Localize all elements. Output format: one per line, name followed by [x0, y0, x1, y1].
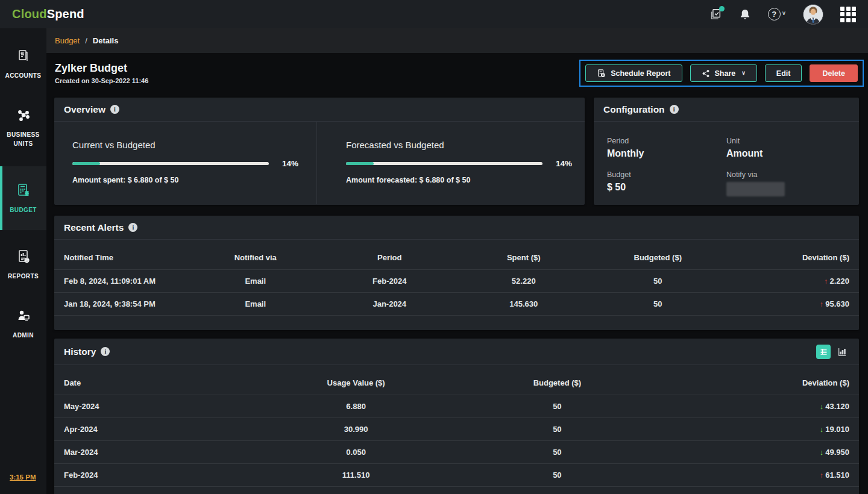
schedule-report-button[interactable]: Schedule Report	[585, 64, 682, 82]
notifications-bell-icon[interactable]	[739, 8, 751, 21]
overview-card-header: Overview i	[54, 98, 585, 122]
config-field-period: Period Monthly	[607, 137, 726, 159]
config-field-notify-via: Notify via	[726, 170, 846, 196]
chevron-down-icon: ∨	[741, 70, 746, 76]
help-icon[interactable]: ? ∨	[768, 8, 786, 20]
history-card-header: History i	[54, 339, 859, 365]
breadcrumb-separator: /	[85, 36, 87, 45]
history-card: History i Date Usage Value	[54, 339, 859, 494]
user-avatar[interactable]	[803, 4, 823, 25]
sidebar-item-accounts[interactable]: ACCOUNTS	[0, 39, 46, 89]
accounts-icon	[15, 48, 32, 67]
logo-cloud-text: Cloud	[12, 7, 47, 20]
history-table: Date Usage Value ($) Budgeted ($) Deviat…	[54, 371, 859, 487]
business-units-icon	[15, 107, 32, 126]
table-row[interactable]: Feb 8, 2024, 11:09:01 AM Email Feb-2024 …	[54, 270, 859, 293]
amount-spent-caption: Amount spent: $ 6.880 of $ 50	[72, 176, 298, 184]
table-row[interactable]: Mar-2024 0.050 50 ↓49.950	[54, 441, 859, 464]
current-vs-budgeted-metric: Current vs Budgeted 14% Amount spent: $ …	[54, 122, 316, 204]
progress-percent: 14%	[556, 159, 572, 168]
config-field-unit: Unit Amount	[726, 137, 846, 159]
sidebar-item-business-units[interactable]: BUSINESS UNITS	[0, 98, 46, 157]
info-icon[interactable]: i	[110, 105, 119, 114]
deviation-arrow-icon: ↑	[824, 277, 828, 286]
breadcrumb: Budget / Details	[46, 28, 868, 53]
progress-bar	[346, 162, 542, 165]
progress-percent: 14%	[282, 159, 298, 168]
recent-alerts-table: Notified Time Notified via Period Spent …	[54, 246, 859, 316]
topbar-actions: ? ∨	[709, 4, 856, 25]
admin-icon	[15, 307, 32, 327]
session-time-link[interactable]: 3:15 PM	[10, 474, 36, 481]
configuration-title: Configuration	[603, 104, 665, 115]
notify-via-redacted-value	[726, 182, 785, 196]
chart-view-toggle-icon[interactable]	[835, 345, 849, 359]
recent-alerts-title: Recent Alerts	[64, 222, 124, 233]
apps-grid-icon[interactable]	[840, 7, 856, 22]
reports-icon	[15, 248, 32, 267]
recent-alerts-card: Recent Alerts i Notified Time Notified v…	[54, 216, 859, 330]
delete-button[interactable]: Delete	[810, 64, 858, 82]
share-button[interactable]: Share ∨	[690, 64, 757, 82]
sidebar: ACCOUNTS BUSINESS UNITS	[0, 28, 46, 494]
recent-alerts-card-header: Recent Alerts i	[54, 216, 859, 240]
schedule-report-icon	[597, 69, 606, 78]
configuration-card-header: Configuration i	[594, 98, 859, 122]
cloudspend-logo[interactable]: CloudSpend	[12, 7, 84, 21]
sidebar-item-reports[interactable]: REPORTS	[0, 240, 46, 289]
history-view-toggles	[816, 345, 849, 359]
table-row[interactable]: Feb-2024 111.510 50 ↑61.510	[54, 464, 859, 487]
progress-bar	[72, 162, 269, 165]
deviation-arrow-icon: ↓	[820, 425, 824, 434]
metric-label: Current vs Budgeted	[72, 140, 298, 150]
overview-title: Overview	[64, 104, 105, 115]
page-title-block: Zylker Budget Created on 30-Sep-2022 11:…	[55, 62, 148, 84]
config-field-budget: Budget $ 50	[607, 170, 726, 196]
page-title: Zylker Budget	[55, 62, 148, 75]
feedback-notes-icon[interactable]	[709, 8, 722, 21]
deviation-arrow-icon: ↑	[820, 471, 824, 480]
chevron-down-icon: ∨	[782, 10, 786, 16]
deviation-arrow-icon: ↓	[820, 402, 824, 411]
action-buttons-highlight-box: Schedule Report Share ∨ Edit Delete	[579, 60, 864, 87]
created-on-text: Created on 30-Sep-2022 11:46	[55, 77, 148, 84]
metric-label: Forecasted vs Budgeted	[346, 140, 572, 150]
info-icon[interactable]: i	[128, 223, 137, 232]
budget-icon	[15, 182, 32, 201]
info-icon[interactable]: i	[670, 105, 679, 114]
overview-card: Overview i Current vs Budgeted 14% Amoun…	[54, 98, 585, 205]
share-icon	[702, 69, 710, 78]
forecasted-vs-budgeted-metric: Forecasted vs Budgeted 14% Amount foreca…	[316, 122, 590, 204]
notification-dot	[719, 6, 725, 11]
history-title: History	[64, 346, 96, 357]
table-row[interactable]: May-2024 6.880 50 ↓43.120	[54, 395, 859, 418]
deviation-arrow-icon: ↓	[820, 448, 824, 457]
deviation-arrow-icon: ↑	[820, 299, 824, 308]
breadcrumb-budget-link[interactable]: Budget	[55, 36, 80, 45]
amount-forecasted-caption: Amount forecasted: $ 6.880 of $ 50	[346, 176, 572, 184]
logo-spend-text: Spend	[47, 7, 84, 20]
table-header-row: Date Usage Value ($) Budgeted ($) Deviat…	[54, 371, 859, 395]
breadcrumb-current: Details	[93, 36, 119, 45]
sidebar-item-budget[interactable]: BUDGET	[0, 166, 46, 230]
info-icon[interactable]: i	[101, 347, 110, 356]
table-row[interactable]: Jan 18, 2024, 9:38:54 PM Email Jan-2024 …	[54, 293, 859, 316]
edit-button[interactable]: Edit	[765, 64, 802, 82]
table-header-row: Notified Time Notified via Period Spent …	[54, 246, 859, 270]
configuration-card: Configuration i Period Monthly Unit Amou…	[594, 98, 859, 205]
sidebar-item-admin[interactable]: ADMIN	[0, 299, 46, 348]
topbar: CloudSpend ? ∨	[0, 0, 868, 28]
table-view-toggle-icon[interactable]	[816, 345, 831, 359]
table-row[interactable]: Apr-2024 30.990 50 ↓19.010	[54, 418, 859, 441]
